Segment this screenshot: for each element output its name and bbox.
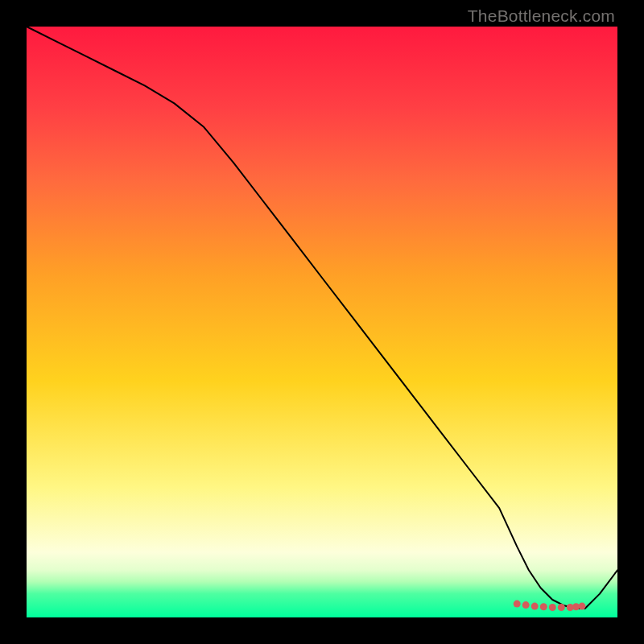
highlight-dot [540,603,547,610]
highlight-dot [558,604,565,611]
highlight-dot [514,601,521,608]
highlight-dot [531,603,539,610]
highlight-dot [579,603,586,610]
plot-overlay [27,27,617,617]
watermark-text: TheBottleneck.com [468,6,615,26]
highlight-dot [549,604,556,611]
bottleneck-curve [27,27,617,609]
highlight-dot [522,601,530,609]
highlight-markers [514,601,586,611]
chart-container: TheBottleneck.com [0,0,644,644]
